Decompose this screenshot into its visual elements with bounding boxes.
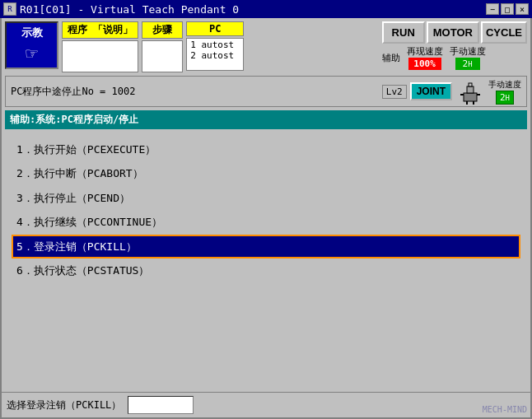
watermark: MECH-MIND (483, 405, 527, 414)
program-panel: 程序 「说明」 (62, 21, 138, 72)
menu-item-4[interactable]: 4．执行继续（PCCONTINUE） (12, 210, 520, 234)
bottom-status-bar: 选择登录注销（PCKILL） MECH-MIND (2, 392, 530, 417)
pc-value: 1 autost 2 autost (186, 38, 244, 71)
pc-label: PC (186, 21, 244, 36)
menu-item-3[interactable]: 3．执行停止（PCEND） (12, 186, 520, 210)
pc-stop-text: PC程序中途停止No = 1002 (11, 85, 135, 99)
replay-speed-value: 100% (408, 58, 441, 70)
replay-speed-label: 再现速度 (407, 45, 443, 58)
svg-rect-1 (467, 86, 474, 93)
manual-speed-label: 手动速度 (450, 45, 486, 58)
teach-button[interactable]: 示教 ☞ (5, 21, 58, 69)
menu-item-1[interactable]: 1．执行开始（PCEXECUTE） (12, 137, 520, 161)
title-bar-left: R R01[C01] - Virtual Teach Pendant 0 (3, 2, 239, 16)
speed-row: 辅助 再现速度 100% 手动速度 2H (382, 45, 527, 70)
replay-speed-group: 再现速度 100% (407, 45, 443, 70)
joint-button[interactable]: JOINT (410, 82, 452, 100)
cycle-button[interactable]: CYCLE (481, 21, 527, 44)
manual-speed-value: 2H (455, 58, 480, 70)
info-panels: 程序 「说明」 步骤 PC 1 autost 2 autost (62, 21, 379, 72)
close-button[interactable]: × (516, 3, 529, 15)
step-value (142, 40, 183, 72)
manual-speed-display: 手动速度 2H (488, 79, 521, 105)
menu-item-6[interactable]: 6．执行状态（PCSTATUS） (12, 258, 520, 282)
assist-panel-title: 辅助:系统:PC程序启动/停止 (5, 110, 527, 129)
hand-icon: ☞ (26, 42, 37, 65)
teach-label: 示教 (21, 26, 43, 40)
minimize-button[interactable]: − (486, 3, 499, 15)
lv2-badge: Lv2 (382, 85, 407, 99)
bottom-input[interactable] (128, 396, 194, 414)
toolbar: 示教 ☞ 程序 「说明」 步骤 P (2, 18, 530, 76)
motor-button[interactable]: MOTOR (427, 21, 479, 44)
action-buttons: RUN MOTOR CYCLE 辅助 再现速度 100% 手动速度 2H (382, 21, 527, 72)
title-text: R01[C01] - Virtual Teach Pendant 0 (20, 3, 239, 16)
title-bar-controls: − □ × (486, 3, 529, 15)
top-btn-row: RUN MOTOR CYCLE (382, 21, 527, 44)
manual-speed-group: 手动速度 2H (450, 45, 486, 70)
app-icon: R (3, 2, 16, 16)
step-label: 步骤 (142, 21, 183, 39)
program-label: 程序 「说明」 (62, 21, 138, 39)
menu-list: 1．执行开始（PCEXECUTE） 2．执行中断（PCABORT） 3．执行停止… (2, 133, 530, 287)
maximize-button[interactable]: □ (501, 3, 514, 15)
svg-rect-0 (464, 93, 477, 101)
assist-speed-group: 辅助 (382, 52, 400, 64)
main-window: 示教 ☞ 程序 「说明」 步骤 P (0, 18, 532, 419)
bottom-status-text: 选择登录注销（PCKILL） (7, 398, 121, 412)
robot-icon (455, 78, 485, 105)
step-panel: 步骤 (142, 21, 183, 72)
run-button[interactable]: RUN (382, 21, 425, 44)
assist-label: 辅助 (382, 52, 400, 64)
pc-panel: PC 1 autost 2 autost (186, 21, 244, 72)
status-right: Lv2 JOINT 手动速度 2H (382, 78, 521, 105)
status-bar: PC程序中途停止No = 1002 Lv2 JOINT 手动速度 2H (5, 76, 527, 107)
menu-item-5[interactable]: 5．登录注销（PCKILL） (12, 235, 520, 258)
svg-rect-2 (469, 83, 472, 86)
manual-val: 2H (496, 91, 514, 105)
manual-label: 手动速度 (488, 79, 521, 91)
menu-item-2[interactable]: 2．执行中断（PCABORT） (12, 161, 520, 185)
program-value (62, 40, 138, 72)
title-bar: R R01[C01] - Virtual Teach Pendant 0 − □… (0, 0, 532, 18)
